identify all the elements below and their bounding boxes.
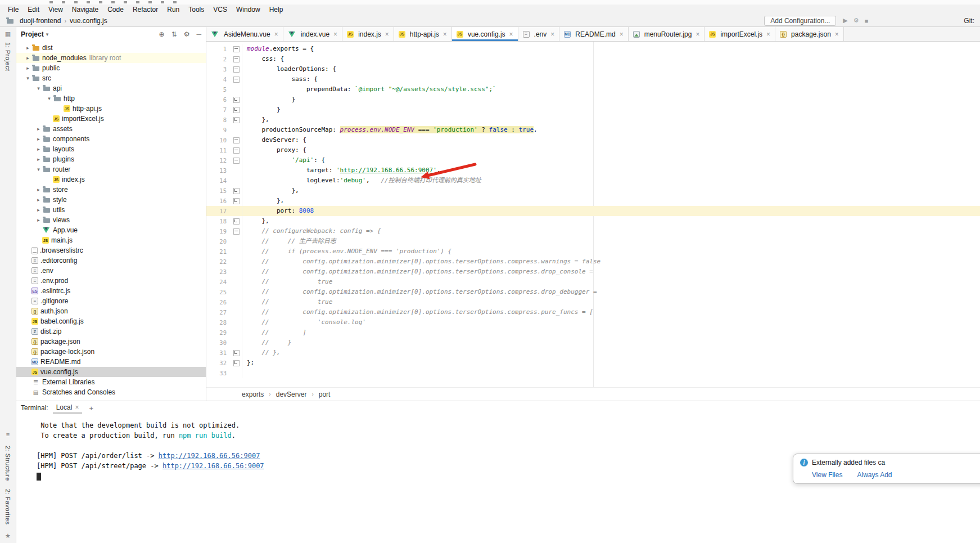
tree-item[interactable]: ▸layouts <box>16 144 206 154</box>
menu-item-help[interactable]: Help <box>265 5 288 15</box>
fold-marker-icon[interactable] <box>230 64 242 74</box>
fold-marker-icon[interactable] <box>230 186 242 196</box>
code-line[interactable]: 30 // } <box>206 338 980 348</box>
editor-tab[interactable]: index.js× <box>342 27 394 41</box>
tab-close-icon[interactable]: × <box>333 30 337 38</box>
tree-toggle-icon[interactable]: ▸ <box>35 207 42 213</box>
fold-marker-icon[interactable] <box>230 145 242 155</box>
url-in-string[interactable]: http://192.168.66.56:9007 <box>340 167 433 174</box>
breadcrumb-file[interactable]: vue.config.js <box>70 17 107 25</box>
tree-item[interactable]: ▸components <box>16 134 206 144</box>
project-panel-title[interactable]: Project <box>21 30 44 38</box>
tree-item[interactable]: .env.prod <box>16 276 206 286</box>
menu-item-navigate[interactable]: Navigate <box>67 5 103 15</box>
menu-item-code[interactable]: Code <box>103 5 128 15</box>
tab-close-icon[interactable]: × <box>443 30 447 38</box>
code-line[interactable]: 1module.exports = { <box>206 44 980 54</box>
tree-item[interactable]: ▸utils <box>16 205 206 215</box>
tree-toggle-icon[interactable]: ▾ <box>24 75 31 81</box>
menu-item-file[interactable]: File <box>3 5 23 15</box>
tree-toggle-icon[interactable]: ▸ <box>35 217 42 223</box>
caret-down-icon[interactable]: ▾ <box>46 32 49 37</box>
code-line[interactable]: 26 // true <box>206 297 980 307</box>
tree-item[interactable]: main.js <box>16 235 206 245</box>
code-line[interactable]: 3 loaderOptions: { <box>206 64 980 74</box>
code-line[interactable]: 12 '/api': { <box>206 155 980 165</box>
code-line[interactable]: 18 }, <box>206 216 980 226</box>
fold-marker-icon[interactable] <box>230 105 242 115</box>
editor-tab[interactable]: importExcel.js× <box>704 27 775 41</box>
tree-item[interactable]: auth.json <box>16 306 206 316</box>
fold-marker-icon[interactable] <box>230 226 242 236</box>
tree-item[interactable]: vue.config.js <box>16 367 206 377</box>
terminal-link[interactable]: http://192.168.66.56:9007 <box>159 452 260 460</box>
menu-item-tools[interactable]: Tools <box>184 5 209 15</box>
fold-marker-icon[interactable] <box>230 358 242 368</box>
code-line[interactable]: 2 css: { <box>206 54 980 64</box>
code-line[interactable]: 16 }, <box>206 196 980 206</box>
code-line[interactable]: 7 } <box>206 105 980 115</box>
fold-marker-icon[interactable] <box>230 95 242 105</box>
tree-toggle-icon[interactable]: ▸ <box>35 197 42 203</box>
tab-close-icon[interactable]: × <box>274 30 278 38</box>
code-line[interactable]: 19 // configureWebpack: config => { <box>206 226 980 236</box>
tree-toggle-icon[interactable]: ▸ <box>24 65 31 71</box>
tree-item[interactable]: ▸style <box>16 195 206 205</box>
editor-tab[interactable]: AsideMenu.vue× <box>206 27 283 41</box>
terminal-tab-local[interactable]: Local × <box>53 402 83 414</box>
tree-item[interactable]: dist.zip <box>16 326 206 336</box>
tree-toggle-icon[interactable]: ▸ <box>35 156 42 162</box>
favorites-star-icon[interactable]: ★ <box>5 532 11 540</box>
code-line[interactable]: 32}; <box>206 358 980 368</box>
menu-item-run[interactable]: Run <box>162 5 184 15</box>
tree-item[interactable]: ▸node_moduleslibrary root <box>16 53 206 63</box>
code-line[interactable]: 22 // config.optimization.minimizer[0].o… <box>206 257 980 267</box>
code-line[interactable]: 9 productionSourceMap: process.env.NODE_… <box>206 125 980 135</box>
tree-toggle-icon[interactable]: ▸ <box>35 146 42 152</box>
fold-marker-icon[interactable] <box>230 155 242 165</box>
add-configuration-button[interactable]: Add Configuration... <box>764 16 836 26</box>
tree-item[interactable]: ▾router <box>16 164 206 174</box>
project-tool-icon[interactable]: ▦ <box>5 30 11 38</box>
fold-marker-icon[interactable] <box>230 74 242 84</box>
menu-item-window[interactable]: Window <box>232 5 265 15</box>
tree-item[interactable]: ▸assets <box>16 124 206 134</box>
code-line[interactable]: 27 // config.optimization.minimizer[0].o… <box>206 307 980 317</box>
fold-marker-icon[interactable] <box>230 135 242 145</box>
code-line[interactable]: 4 sass: { <box>206 74 980 84</box>
tree-item[interactable]: .browserslistrc <box>16 245 206 255</box>
tab-close-icon[interactable]: × <box>766 30 770 38</box>
breadcrumb-item-exports[interactable]: exports <box>240 390 265 399</box>
code-line[interactable]: 29 // ] <box>206 327 980 338</box>
fold-marker-icon[interactable] <box>230 44 242 54</box>
tree-toggle-icon[interactable]: ▾ <box>35 86 42 91</box>
tree-item[interactable]: App.vue <box>16 225 206 235</box>
always-add-link[interactable]: Always Add <box>857 471 892 479</box>
structure-tool-icon[interactable]: ≡ <box>6 431 10 438</box>
run-icon[interactable]: ▶ <box>843 17 847 24</box>
tree-item[interactable]: ▸dist <box>16 43 206 53</box>
editor-tab[interactable]: package.json× <box>775 27 844 41</box>
editor-tab[interactable]: http-api.js× <box>394 27 452 41</box>
tree-item[interactable]: README.md <box>16 357 206 367</box>
tab-close-icon[interactable]: × <box>385 30 389 38</box>
tab-close-icon[interactable]: × <box>509 30 513 38</box>
editor-tab[interactable]: menuRouter.jpg× <box>629 27 705 41</box>
code-line[interactable]: 20 // // 生产去除日志 <box>206 236 980 246</box>
fold-marker-icon[interactable] <box>230 348 242 358</box>
editor-tab[interactable]: .env× <box>518 27 560 41</box>
tree-item[interactable]: External Libraries <box>16 377 206 387</box>
tree-item[interactable]: package.json <box>16 336 206 347</box>
tree-toggle-icon[interactable]: ▸ <box>35 136 42 142</box>
tree-toggle-icon[interactable]: ▾ <box>35 167 42 172</box>
fold-marker-icon[interactable] <box>230 115 242 125</box>
code-line[interactable]: 8 }, <box>206 115 980 125</box>
code-line[interactable]: 24 // true <box>206 277 980 287</box>
tree-item[interactable]: ▾src <box>16 73 206 83</box>
code-line[interactable]: 17 port: 8008 <box>206 206 980 216</box>
settings-icon[interactable]: ⚙ <box>853 17 859 24</box>
tree-item[interactable]: http-api.js <box>16 104 206 114</box>
tree-item[interactable]: .env <box>16 266 206 276</box>
locate-file-icon[interactable]: ⊕ <box>159 30 165 38</box>
code-line[interactable]: 21 // if (process.env.NODE_ENV === 'prod… <box>206 246 980 257</box>
